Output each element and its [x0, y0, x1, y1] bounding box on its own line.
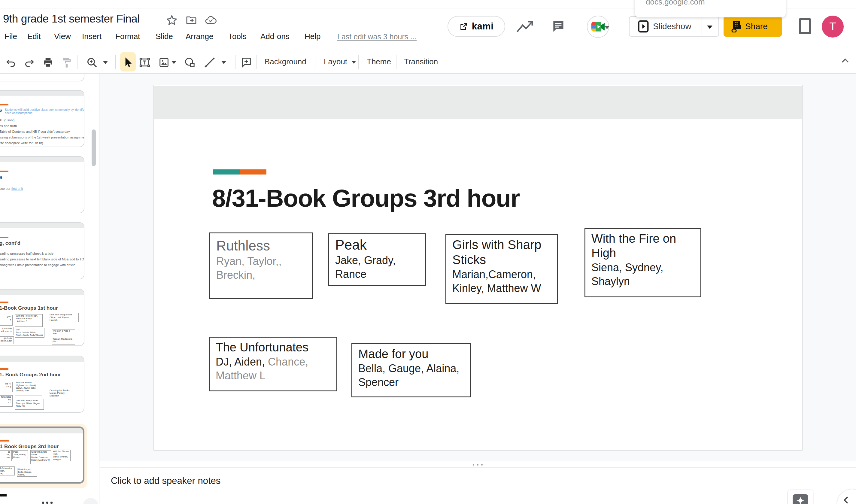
next-thumbnail-sliver[interactable]	[0, 494, 6, 497]
slideshow-button[interactable]: Slideshow	[629, 16, 719, 37]
toolbar: Background Layout Theme Transition	[0, 52, 856, 74]
group-names: Bella, Gauge, Alaina, Spencer	[358, 362, 470, 389]
print-icon[interactable]	[42, 56, 54, 69]
share-button[interactable]: Share	[724, 16, 782, 37]
thumb-link: first unit	[12, 187, 23, 191]
group-box-girls-with-sharp-sticks[interactable]: Girls with Sharp Sticks Marian,Cameron, …	[445, 234, 558, 304]
add-comment-tool[interactable]	[240, 56, 252, 69]
url-tooltip: docs.google.com	[635, 0, 786, 17]
thumb-mini-box: Girls with Sharp Sticks Marian,Cameron, …	[30, 450, 51, 464]
kami-label: kami	[472, 21, 494, 32]
group-box-the-unfortunates[interactable]: The Unfortunates DJ, Aiden, Chance, Matt…	[209, 337, 337, 391]
thumb-mini-box: gan, y	[0, 315, 13, 326]
menu-slide[interactable]: Slide	[156, 32, 173, 41]
layout-button[interactable]: Layout	[324, 57, 347, 66]
paint-format-icon[interactable]	[61, 56, 73, 69]
thumb-mini-box: The Unfortunates DJ, Aiden, Chance, Matt…	[0, 466, 15, 475]
redo-icon[interactable]	[23, 56, 35, 69]
thumb-line: uce our first unit	[0, 187, 23, 191]
slide-filmstrip: 6 Students will build positive classroom…	[0, 74, 100, 504]
slide-thumbnail-3[interactable]: 6 uce our first unit	[0, 156, 84, 213]
thumb-mini-box: Girls with Sharp Sticks Chloe, Lexi, Rya…	[49, 313, 79, 322]
thumb-heading: g, cont'd	[0, 240, 20, 246]
select-cursor-tool[interactable]	[122, 56, 134, 69]
zoom-icon[interactable]	[86, 56, 98, 69]
group-box-with-the-fire-on-high[interactable]: With the Fire on High Siena, Sydney, Sha…	[585, 228, 701, 298]
menu-arrange[interactable]: Arrange	[185, 32, 214, 41]
menu-tools[interactable]: Tools	[228, 32, 247, 41]
thumb-mini-box: The Sun is Also a Star Teagan, Madison S…	[52, 329, 75, 345]
slide-thumbnail-7-selected[interactable]: 1-Book Groups 3rd hour ss lor,, kin, Pea…	[0, 427, 84, 484]
menu-addons[interactable]: Add-ons	[261, 32, 289, 41]
splitter-dot	[481, 464, 483, 466]
current-slide[interactable]: 8/31-Book Groups 3rd hour Ruthless Ryan,…	[154, 85, 803, 451]
slide-thumbnail-4[interactable]: g, cont'd eading processes half sheet & …	[0, 222, 84, 279]
insert-image-tool[interactable]	[158, 56, 170, 69]
layout-caret[interactable]	[352, 61, 356, 64]
theme-button[interactable]: Theme	[367, 57, 391, 66]
url-tooltip-text: docs.google.com	[646, 0, 705, 6]
activity-trend-icon[interactable]	[516, 20, 534, 34]
toolbar-divider	[358, 55, 359, 69]
explore-star-icon	[792, 494, 808, 504]
undo-icon[interactable]	[5, 56, 17, 69]
menu-view[interactable]: View	[54, 32, 71, 41]
toolbar-divider	[256, 55, 257, 69]
notes-splitter[interactable]	[100, 461, 856, 467]
star-icon[interactable]	[166, 14, 178, 26]
slide-thumbnail-6[interactable]: 1- Book Groups 2nd hour die H, Lucy With…	[0, 356, 84, 413]
menu-insert[interactable]: Insert	[82, 32, 102, 41]
shape-tool[interactable]	[184, 56, 196, 69]
transition-button[interactable]: Transition	[404, 57, 438, 66]
slideshow-label: Slideshow	[653, 22, 691, 31]
thumb-band	[0, 223, 84, 228]
menu-help[interactable]: Help	[305, 32, 320, 41]
document-title[interactable]: 9th grade 1st semester Final	[3, 13, 140, 25]
thumb-mini-box: fortunates he will read on	[0, 327, 14, 335]
splitter-dot	[477, 464, 479, 466]
present-icon	[638, 20, 649, 33]
strip-dot	[46, 502, 48, 504]
thumb-accent-dash	[0, 170, 8, 172]
meet-button[interactable]	[587, 16, 609, 38]
thumb-mini-box: die H, Lucy	[0, 382, 13, 392]
group-box-made-for-you[interactable]: Made for you Bella, Gauge, Alaina, Spenc…	[352, 343, 471, 397]
thumb-line: eading processes half sheet & article	[0, 252, 53, 255]
collapse-toolbar-chevron[interactable]	[839, 55, 851, 67]
extension-frame-icon[interactable]	[799, 18, 811, 34]
slide-thumbnail-5[interactable]: 1-Book Groups 1st hour gan, y With the F…	[0, 289, 84, 346]
group-names: Siena, Sydney, Shaylyn	[591, 261, 700, 288]
slide-thumbnail-1[interactable]	[0, 74, 84, 82]
kami-button[interactable]: kami	[447, 16, 505, 37]
move-folder-icon[interactable]	[185, 14, 197, 26]
account-avatar[interactable]: T	[822, 16, 844, 38]
background-button[interactable]: Background	[265, 57, 306, 66]
group-title: Ruthless	[216, 238, 312, 254]
slide-title[interactable]: 8/31-Book Groups 3rd hour	[212, 184, 520, 212]
cloud-status-icon[interactable]	[205, 14, 217, 26]
explore-button[interactable]	[787, 490, 813, 504]
thumb-band	[0, 290, 84, 295]
menu-format[interactable]: Format	[115, 32, 140, 41]
strip-fab[interactable]	[83, 498, 99, 504]
group-box-ruthless[interactable]: Ruthless Ryan, Taylor,, Breckin,	[209, 233, 313, 299]
image-caret[interactable]	[171, 61, 177, 64]
speaker-notes-panel[interactable]: Click to add speaker notes	[100, 467, 856, 504]
group-box-peak[interactable]: Peak Jake, Grady, Rance	[328, 233, 426, 286]
menu-file[interactable]: File	[4, 32, 17, 41]
thumb-mini-box: ge, Lula, dison, Elton	[0, 337, 14, 344]
thumb-line: lk up song	[0, 118, 14, 122]
slide-thumbnail-2[interactable]: 6 Students will build positive classroom…	[0, 90, 84, 147]
menu-edit[interactable]: Edit	[27, 32, 41, 41]
thumb-line: es and truth	[0, 124, 17, 128]
line-tool[interactable]	[203, 56, 216, 69]
zoom-caret[interactable]	[103, 61, 108, 64]
thumb-band	[0, 428, 83, 433]
line-caret[interactable]	[221, 61, 227, 64]
filmstrip-scrollbar[interactable]	[92, 129, 96, 166]
speaker-notes-placeholder[interactable]: Click to add speaker notes	[111, 475, 220, 486]
comment-icon[interactable]	[551, 19, 566, 34]
textbox-tool[interactable]	[139, 56, 151, 69]
thumb-mini-box: fortunates ley, s L	[0, 395, 13, 407]
last-edit-link[interactable]: Last edit was 3 hours ...	[337, 33, 416, 41]
